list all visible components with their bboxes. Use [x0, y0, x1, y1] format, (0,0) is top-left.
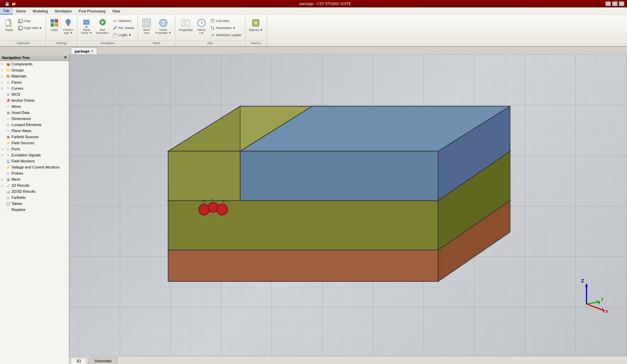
- problem-type-button[interactable]: ProblemType ▼: [61, 17, 75, 36]
- qa-print[interactable]: 🖨: [31, 1, 37, 7]
- tree-item-field-monitors[interactable]: 📡 Field Monitors: [0, 158, 69, 164]
- probes-label: Probes: [11, 171, 23, 175]
- parametric-update-button[interactable]: Parametric Update: [209, 32, 243, 38]
- tree-item-anchor-points[interactable]: 📌 Anchor Points: [0, 97, 69, 103]
- tree-item-wcs[interactable]: ⊕ WCS: [0, 91, 69, 97]
- history-list-label: HistoryList: [197, 28, 206, 34]
- qa-open[interactable]: 📂: [11, 1, 17, 7]
- nav-tree-close-button[interactable]: ✕: [64, 55, 67, 60]
- setup-solver-button[interactable]: TDS SetupSolver ▼: [79, 17, 94, 36]
- copy-label: Copy: [24, 19, 31, 23]
- mesh-icon: ▦: [6, 178, 10, 181]
- copy-view-button[interactable]: Copy View ▼: [16, 25, 44, 31]
- svg-text:3: 3: [222, 199, 224, 204]
- qa-redo[interactable]: ↪: [24, 1, 30, 7]
- par-sweep-button[interactable]: Par. Sweep: [111, 25, 136, 31]
- tree-item-farfield-sources[interactable]: ◉ Farfield Sources: [0, 134, 69, 140]
- svg-rect-1: [6, 20, 10, 25]
- tree-item-materials[interactable]: ▷ 🎨 Materials: [0, 73, 69, 79]
- macros-button[interactable]: M Macros ▼: [247, 17, 265, 33]
- tree-item-groups[interactable]: ▷ 📁 Groups: [0, 67, 69, 73]
- tree-item-1d-results[interactable]: ▷ 📈 1D Results: [0, 182, 69, 188]
- 3d-canvas[interactable]: 5 4 3 x y Z: [69, 54, 627, 356]
- svg-point-69: [217, 204, 227, 215]
- document-tab-strip: package ✕: [0, 47, 627, 54]
- window-controls[interactable]: ─ □ ✕: [605, 1, 624, 6]
- logfile-button[interactable]: Logfile ▼: [111, 32, 136, 38]
- document-tab-package[interactable]: package ✕: [71, 48, 97, 54]
- tree-item-wires[interactable]: 〰 Wires: [0, 103, 69, 110]
- history-list-button[interactable]: HistoryList: [195, 17, 208, 36]
- simulation-small-group: Optimizer Par. Sweep Logfile ▼: [111, 17, 136, 38]
- tree-item-farfields[interactable]: ◎ Farfields: [0, 194, 69, 201]
- ribbon: Paste Copy Copy View ▼ Clipboard: [0, 15, 627, 47]
- tree-item-ports[interactable]: ▷ ▷ Ports: [0, 146, 69, 152]
- view-tab-3d[interactable]: 3D: [71, 358, 87, 364]
- minimize-button[interactable]: ─: [605, 1, 611, 6]
- settings-label: Settings: [48, 40, 75, 45]
- menu-post-processing[interactable]: Post Processing: [75, 7, 109, 14]
- global-properties-button[interactable]: GlobalProperties ▼: [154, 17, 173, 36]
- menu-file[interactable]: File: [0, 7, 13, 14]
- menu-bar: File Home Modeling Simulation Post Proce…: [0, 7, 627, 15]
- tree-item-dimensions[interactable]: ↔ Dimensions: [0, 116, 69, 122]
- view-tab-schematic[interactable]: Schematic: [89, 358, 117, 364]
- excitation-icon: ∿: [6, 153, 10, 157]
- tab-close-button[interactable]: ✕: [91, 50, 93, 53]
- edit-buttons: Properties HistoryList Calculator: [177, 16, 243, 40]
- start-simulation-label: StartSimulation: [96, 28, 109, 34]
- par-sweep-label: Par. Sweep: [118, 26, 134, 30]
- tree-item-voxel-data[interactable]: ▦ Voxel Data: [0, 110, 69, 116]
- tree-item-tables[interactable]: 📋 Tables: [0, 201, 69, 207]
- tree-item-2d3d-results[interactable]: 📊 2D/3D Results: [0, 188, 69, 194]
- tree-item-curves[interactable]: ▷ 〜 Curves: [0, 85, 69, 91]
- qa-settings[interactable]: ▼: [38, 1, 44, 7]
- copy-button[interactable]: Copy: [16, 18, 44, 24]
- dimensions-icon: ↔: [6, 117, 10, 121]
- ribbon-group-clipboard: Paste Copy Copy View ▼ Clipboard: [1, 16, 46, 46]
- svg-line-73: [587, 304, 604, 311]
- calculator-button[interactable]: Calculator: [209, 18, 243, 24]
- tree-item-plane-wave[interactable]: 〜 Plane Wave: [0, 128, 69, 134]
- close-button[interactable]: ✕: [619, 1, 624, 6]
- units-button[interactable]: Units: [48, 17, 61, 33]
- mesh-view-button[interactable]: MeshView: [140, 17, 153, 36]
- tree-item-excitation-signals[interactable]: ▷ ∿ Excitation Signals: [0, 152, 69, 158]
- faces-label: Faces: [11, 80, 22, 84]
- qa-save[interactable]: 💾: [4, 1, 10, 7]
- menu-simulation[interactable]: Simulation: [51, 7, 75, 14]
- tree-item-lumped-elements[interactable]: ⊡ Lumped Elements: [0, 122, 69, 128]
- svg-point-19: [114, 28, 115, 29]
- edit-small-group: Calculator Parameters ▼ Parametric Updat…: [209, 17, 243, 38]
- menu-view[interactable]: View: [109, 7, 124, 14]
- svg-text:y: y: [601, 296, 604, 301]
- properties-button[interactable]: Properties: [177, 17, 194, 33]
- svg-rect-9: [51, 23, 54, 27]
- tree-item-field-sources[interactable]: ⚡ Field Sources: [0, 140, 69, 146]
- start-simulation-button[interactable]: StartSimulation: [94, 17, 110, 36]
- optimizer-button[interactable]: Optimizer: [111, 18, 136, 24]
- menu-modeling[interactable]: Modeling: [29, 7, 51, 14]
- tree-item-probes[interactable]: ⊙ Probes: [0, 170, 69, 176]
- parameters-button[interactable]: Parameters ▼: [209, 25, 243, 31]
- maximize-button[interactable]: □: [612, 1, 618, 6]
- properties-label: Properties: [179, 28, 193, 32]
- svg-text:x: x: [605, 308, 608, 314]
- lumped-icon: ⊡: [6, 123, 10, 127]
- main-area: Navigation Tree ✕ ▷ 📦 Components ▷ 📁 Gro…: [0, 54, 627, 364]
- readme-label: Readme: [11, 208, 26, 212]
- svg-point-20: [115, 27, 116, 28]
- paste-button[interactable]: Paste: [3, 17, 16, 33]
- svg-marker-66: [168, 151, 240, 201]
- qa-undo[interactable]: ↩: [18, 1, 24, 7]
- expand-icon: ▷: [1, 81, 5, 84]
- tree-item-readme[interactable]: 📄 Readme: [0, 207, 69, 213]
- menu-home[interactable]: Home: [13, 7, 29, 14]
- tree-item-mesh[interactable]: ▷ ▦ Mesh: [0, 176, 69, 182]
- tree-item-voltage-current-monitors[interactable]: ⚡ Voltage and Current Monitors: [0, 164, 69, 170]
- materials-label: Materials: [11, 74, 27, 78]
- wcs-label: WCS: [11, 92, 20, 96]
- tree-item-components[interactable]: ▷ 📦 Components: [0, 61, 69, 67]
- expand-icon: ▷: [1, 154, 5, 157]
- tree-item-faces[interactable]: ▷ ◻ Faces: [0, 79, 69, 85]
